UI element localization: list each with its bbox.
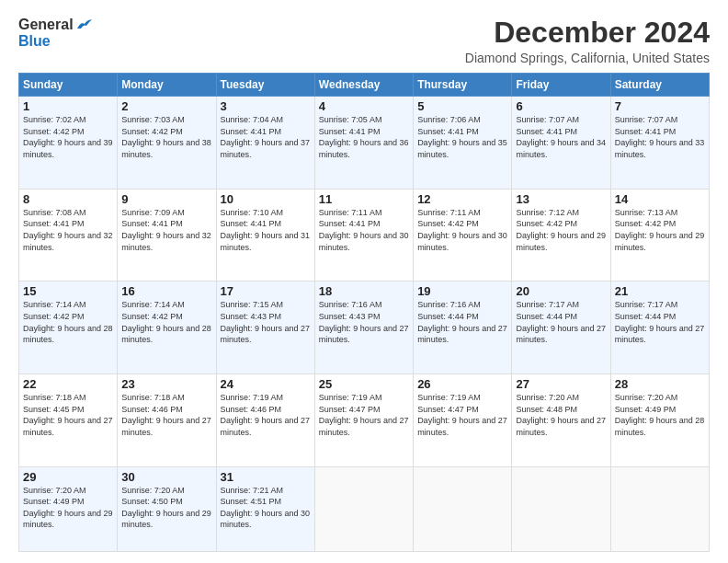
day-number: 10 <box>221 192 311 206</box>
day-number: 19 <box>417 284 507 298</box>
day-number: 21 <box>615 284 705 298</box>
calendar-cell: 28 Sunrise: 7:20 AM Sunset: 4:49 PM Dayl… <box>610 374 709 467</box>
day-info: Sunrise: 7:11 AM Sunset: 4:41 PM Dayligh… <box>319 207 409 253</box>
calendar-cell: 30 Sunrise: 7:20 AM Sunset: 4:50 PM Dayl… <box>118 466 216 551</box>
day-info: Sunrise: 7:14 AM Sunset: 4:42 PM Dayligh… <box>23 299 113 345</box>
logo: General Blue <box>18 17 92 50</box>
day-info: Sunrise: 7:17 AM Sunset: 4:44 PM Dayligh… <box>516 299 606 345</box>
day-number: 27 <box>516 377 606 391</box>
day-number: 17 <box>221 284 311 298</box>
day-info: Sunrise: 7:16 AM Sunset: 4:43 PM Dayligh… <box>319 299 409 345</box>
day-number: 7 <box>615 99 705 113</box>
page: General Blue December 2024 Diamond Sprin… <box>0 0 728 563</box>
day-info: Sunrise: 7:11 AM Sunset: 4:42 PM Dayligh… <box>417 207 507 253</box>
day-number: 4 <box>319 99 409 113</box>
calendar-cell <box>512 466 610 551</box>
day-number: 20 <box>516 284 606 298</box>
header-wednesday: Wednesday <box>314 74 413 97</box>
day-number: 24 <box>221 377 311 391</box>
calendar-cell <box>414 466 512 551</box>
day-info: Sunrise: 7:07 AM Sunset: 4:41 PM Dayligh… <box>615 114 705 160</box>
main-title: December 2024 <box>465 17 710 49</box>
calendar-cell: 11 Sunrise: 7:11 AM Sunset: 4:41 PM Dayl… <box>314 189 413 282</box>
calendar-cell: 16 Sunrise: 7:14 AM Sunset: 4:42 PM Dayl… <box>118 282 216 374</box>
day-number: 30 <box>121 470 211 484</box>
day-number: 15 <box>23 284 113 298</box>
day-info: Sunrise: 7:17 AM Sunset: 4:44 PM Dayligh… <box>615 299 705 345</box>
bird-icon <box>75 19 92 32</box>
calendar-cell: 15 Sunrise: 7:14 AM Sunset: 4:42 PM Dayl… <box>19 282 118 374</box>
day-info: Sunrise: 7:15 AM Sunset: 4:43 PM Dayligh… <box>221 299 311 345</box>
day-info: Sunrise: 7:06 AM Sunset: 4:41 PM Dayligh… <box>417 114 507 160</box>
calendar-cell: 9 Sunrise: 7:09 AM Sunset: 4:41 PM Dayli… <box>118 189 216 282</box>
calendar-cell <box>610 466 709 551</box>
header-tuesday: Tuesday <box>216 74 314 97</box>
day-info: Sunrise: 7:20 AM Sunset: 4:50 PM Dayligh… <box>121 485 211 531</box>
day-number: 3 <box>221 99 311 113</box>
day-number: 29 <box>23 470 113 484</box>
header-saturday: Saturday <box>610 74 709 97</box>
day-number: 2 <box>121 99 211 113</box>
day-info: Sunrise: 7:20 AM Sunset: 4:49 PM Dayligh… <box>23 485 113 531</box>
calendar-cell: 6 Sunrise: 7:07 AM Sunset: 4:41 PM Dayli… <box>512 97 610 190</box>
day-info: Sunrise: 7:12 AM Sunset: 4:42 PM Dayligh… <box>516 207 606 253</box>
calendar-cell: 4 Sunrise: 7:05 AM Sunset: 4:41 PM Dayli… <box>314 97 413 190</box>
calendar-cell: 27 Sunrise: 7:20 AM Sunset: 4:48 PM Dayl… <box>512 374 610 467</box>
day-number: 18 <box>319 284 409 298</box>
day-info: Sunrise: 7:18 AM Sunset: 4:46 PM Dayligh… <box>121 392 211 438</box>
day-info: Sunrise: 7:10 AM Sunset: 4:41 PM Dayligh… <box>221 207 311 253</box>
day-number: 16 <box>121 284 211 298</box>
calendar-cell: 26 Sunrise: 7:19 AM Sunset: 4:47 PM Dayl… <box>414 374 512 467</box>
day-info: Sunrise: 7:09 AM Sunset: 4:41 PM Dayligh… <box>121 207 211 253</box>
calendar-cell: 21 Sunrise: 7:17 AM Sunset: 4:44 PM Dayl… <box>610 282 709 374</box>
day-info: Sunrise: 7:20 AM Sunset: 4:49 PM Dayligh… <box>615 392 705 438</box>
calendar-header-row: Sunday Monday Tuesday Wednesday Thursday… <box>19 74 710 97</box>
day-info: Sunrise: 7:16 AM Sunset: 4:44 PM Dayligh… <box>417 299 507 345</box>
header: General Blue December 2024 Diamond Sprin… <box>18 17 710 65</box>
day-number: 13 <box>516 192 606 206</box>
calendar-cell: 23 Sunrise: 7:18 AM Sunset: 4:46 PM Dayl… <box>118 374 216 467</box>
header-sunday: Sunday <box>19 74 118 97</box>
day-number: 23 <box>121 377 211 391</box>
calendar-table: Sunday Monday Tuesday Wednesday Thursday… <box>18 73 710 552</box>
calendar-cell: 1 Sunrise: 7:02 AM Sunset: 4:42 PM Dayli… <box>19 97 118 190</box>
day-info: Sunrise: 7:04 AM Sunset: 4:41 PM Dayligh… <box>221 114 311 160</box>
calendar-cell: 17 Sunrise: 7:15 AM Sunset: 4:43 PM Dayl… <box>216 282 314 374</box>
day-info: Sunrise: 7:14 AM Sunset: 4:42 PM Dayligh… <box>121 299 211 345</box>
calendar-cell: 31 Sunrise: 7:21 AM Sunset: 4:51 PM Dayl… <box>216 466 314 551</box>
subtitle: Diamond Springs, California, United Stat… <box>465 51 710 65</box>
day-info: Sunrise: 7:21 AM Sunset: 4:51 PM Dayligh… <box>221 485 311 531</box>
day-info: Sunrise: 7:19 AM Sunset: 4:47 PM Dayligh… <box>319 392 409 438</box>
day-info: Sunrise: 7:18 AM Sunset: 4:45 PM Dayligh… <box>23 392 113 438</box>
day-number: 8 <box>23 192 113 206</box>
day-number: 26 <box>417 377 507 391</box>
header-friday: Friday <box>512 74 610 97</box>
calendar-cell: 10 Sunrise: 7:10 AM Sunset: 4:41 PM Dayl… <box>216 189 314 282</box>
calendar-cell: 18 Sunrise: 7:16 AM Sunset: 4:43 PM Dayl… <box>314 282 413 374</box>
day-info: Sunrise: 7:19 AM Sunset: 4:46 PM Dayligh… <box>221 392 311 438</box>
calendar-cell: 25 Sunrise: 7:19 AM Sunset: 4:47 PM Dayl… <box>314 374 413 467</box>
calendar-cell: 12 Sunrise: 7:11 AM Sunset: 4:42 PM Dayl… <box>414 189 512 282</box>
calendar-cell: 22 Sunrise: 7:18 AM Sunset: 4:45 PM Dayl… <box>19 374 118 467</box>
day-number: 28 <box>615 377 705 391</box>
calendar-cell: 19 Sunrise: 7:16 AM Sunset: 4:44 PM Dayl… <box>414 282 512 374</box>
day-number: 25 <box>319 377 409 391</box>
calendar-cell: 14 Sunrise: 7:13 AM Sunset: 4:42 PM Dayl… <box>610 189 709 282</box>
calendar-cell: 24 Sunrise: 7:19 AM Sunset: 4:46 PM Dayl… <box>216 374 314 467</box>
day-info: Sunrise: 7:05 AM Sunset: 4:41 PM Dayligh… <box>319 114 409 160</box>
day-number: 11 <box>319 192 409 206</box>
day-number: 5 <box>417 99 507 113</box>
day-info: Sunrise: 7:19 AM Sunset: 4:47 PM Dayligh… <box>417 392 507 438</box>
title-block: December 2024 Diamond Springs, Californi… <box>465 17 710 65</box>
calendar-cell: 5 Sunrise: 7:06 AM Sunset: 4:41 PM Dayli… <box>414 97 512 190</box>
calendar-cell: 13 Sunrise: 7:12 AM Sunset: 4:42 PM Dayl… <box>512 189 610 282</box>
header-monday: Monday <box>118 74 216 97</box>
day-info: Sunrise: 7:07 AM Sunset: 4:41 PM Dayligh… <box>516 114 606 160</box>
calendar-cell: 29 Sunrise: 7:20 AM Sunset: 4:49 PM Dayl… <box>19 466 118 551</box>
day-number: 9 <box>121 192 211 206</box>
day-number: 14 <box>615 192 705 206</box>
day-number: 22 <box>23 377 113 391</box>
day-info: Sunrise: 7:13 AM Sunset: 4:42 PM Dayligh… <box>615 207 705 253</box>
day-number: 12 <box>417 192 507 206</box>
day-number: 6 <box>516 99 606 113</box>
